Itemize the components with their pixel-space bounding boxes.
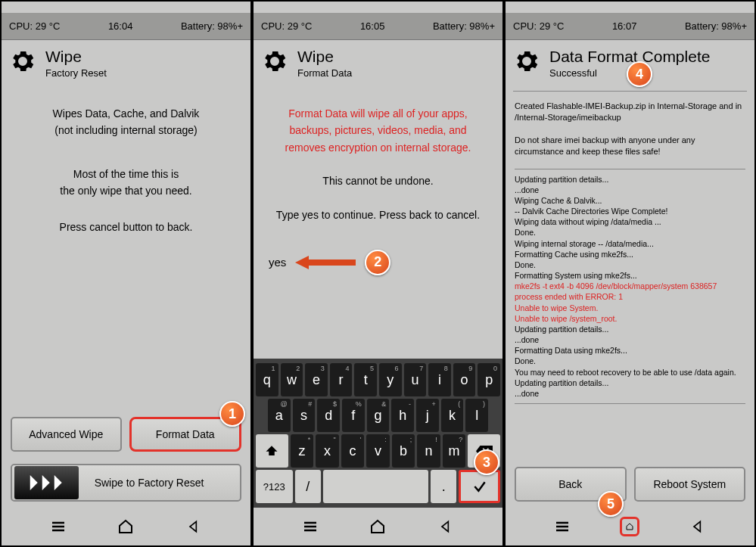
description-2: Most of the time this is the only wipe t… — [11, 166, 241, 200]
battery: Battery: 98%+ — [685, 20, 747, 32]
shift-key[interactable] — [256, 434, 288, 468]
home-icon[interactable] — [368, 517, 387, 536]
panel-1-wipe: CPU: 29 °C 16:04 Battery: 98%+ Wipe Fact… — [1, 1, 251, 546]
key-z[interactable]: z* — [291, 434, 314, 468]
log-line: mke2fs -t ext4 -b 4096 /dev/block/mapper… — [515, 281, 745, 291]
key-x[interactable]: x" — [316, 434, 339, 468]
space-key[interactable] — [323, 470, 428, 503]
log-line: Updating partition details... — [515, 378, 745, 388]
log-paragraph-1: Created Flashable-IMEI-Backup.zip in Int… — [515, 101, 745, 124]
undone-text: This cannot be undone. — [263, 172, 493, 189]
log-line: ...done — [515, 388, 745, 399]
page-subtitle: Format Data — [297, 67, 352, 79]
key-m[interactable]: m? — [443, 434, 466, 468]
nav-bar — [254, 508, 502, 545]
log-line: Done. — [515, 260, 745, 270]
key-f[interactable]: f% — [342, 399, 365, 432]
log-line: Updating partition details... — [515, 174, 745, 185]
nav-bar: 5 — [506, 508, 754, 545]
key-g[interactable]: g& — [367, 399, 390, 432]
key-w[interactable]: w2 — [281, 363, 303, 396]
key-s[interactable]: s# — [293, 399, 316, 432]
back-icon[interactable] — [184, 517, 204, 536]
panel-2-format-data: CPU: 29 °C 16:05 Battery: 98%+ Wipe Form… — [253, 1, 503, 546]
input-value: yes — [269, 256, 286, 269]
key-t[interactable]: t5 — [354, 363, 377, 396]
log-line: Unable to wipe /system_root. — [515, 313, 745, 324]
gear-icon — [9, 48, 36, 75]
symbols-key[interactable]: ?123 — [256, 470, 293, 503]
log-line: Done. — [515, 227, 745, 238]
key-e[interactable]: e3 — [305, 363, 328, 396]
log-line: process ended with ERROR: 1 — [515, 291, 745, 302]
log-line: Done. — [515, 356, 745, 366]
gear-icon — [261, 48, 288, 75]
enter-key[interactable]: 3 — [459, 470, 500, 503]
key-q[interactable]: q1 — [256, 363, 278, 396]
header: Data Format Complete Successful 4 — [506, 40, 754, 86]
header: Wipe Factory Reset — [2, 40, 250, 86]
log-line: You may need to reboot recovery to be ab… — [515, 367, 745, 378]
key-u[interactable]: u7 — [404, 363, 427, 396]
key-l[interactable]: l) — [465, 399, 488, 432]
status-bar: CPU: 29 °C 16:07 Battery: 98%+ — [506, 13, 754, 40]
page-subtitle: Factory Reset — [45, 67, 107, 79]
key-p[interactable]: p0 — [478, 363, 500, 396]
menu-icon[interactable] — [48, 517, 68, 536]
reboot-system-button[interactable]: Reboot System — [634, 467, 746, 502]
home-icon[interactable] — [620, 517, 639, 536]
description-3: Press cancel button to back. — [11, 219, 241, 235]
clock: 16:05 — [360, 20, 385, 32]
log-line: ...done — [515, 185, 745, 195]
swipe-slider[interactable]: Swipe to Factory Reset — [11, 464, 241, 502]
menu-icon[interactable] — [552, 517, 572, 536]
key-k[interactable]: k( — [441, 399, 464, 432]
advanced-wipe-button[interactable]: Advanced Wipe — [11, 417, 122, 452]
key-y[interactable]: y6 — [379, 363, 402, 396]
home-icon[interactable] — [116, 517, 135, 536]
page-title: Wipe — [297, 48, 352, 66]
keyboard: q1w2e3r4t5y6u7i8o9p0 a@s#d$f%g&h-j+k(l) … — [254, 359, 502, 508]
log-paragraph-2: Do not share imei backup with anyone und… — [515, 135, 745, 158]
back-icon[interactable] — [688, 517, 708, 536]
log-output: Updating partition details......doneWipi… — [515, 169, 745, 405]
nav-bar — [2, 508, 250, 545]
status-bar: CPU: 29 °C 16:05 Battery: 98%+ — [254, 13, 502, 40]
arrow-left-icon — [295, 256, 356, 269]
callout-badge-3: 3 — [474, 449, 499, 475]
key-c[interactable]: c' — [341, 434, 365, 468]
log-line: Wiping internal storage -- /data/media..… — [515, 238, 745, 249]
key-b[interactable]: b; — [392, 434, 415, 468]
slider-handle-icon[interactable] — [14, 466, 79, 499]
log-line: Wiping data without wiping /data/media .… — [515, 216, 745, 227]
format-data-button[interactable]: Format Data 1 — [129, 417, 242, 452]
log-line: Formatting System using mke2fs... — [515, 270, 745, 281]
dot-key[interactable]: . — [431, 470, 457, 503]
key-j[interactable]: j+ — [416, 399, 439, 432]
description-1: Wipes Data, Cache, and Dalvik (not inclu… — [11, 105, 241, 139]
cpu-temp: CPU: 29 °C — [261, 20, 312, 32]
status-bar: CPU: 29 °C 16:04 Battery: 98%+ — [2, 13, 250, 40]
battery: Battery: 98%+ — [181, 20, 243, 32]
confirm-input[interactable]: yes 2 — [263, 250, 493, 275]
log-line: Wiping Cache & Dalvik... — [515, 195, 745, 206]
log-line: -- Dalvik Cache Directories Wipe Complet… — [515, 206, 745, 216]
key-r[interactable]: r4 — [330, 363, 353, 396]
key-a[interactable]: a@ — [268, 399, 291, 432]
key-h[interactable]: h- — [391, 399, 414, 432]
key-i[interactable]: i8 — [428, 363, 451, 396]
key-n[interactable]: n! — [417, 434, 440, 468]
slider-label: Swipe to Factory Reset — [81, 477, 240, 489]
callout-badge-4: 4 — [627, 61, 652, 87]
key-v[interactable]: v: — [366, 434, 390, 468]
panel-3-complete: CPU: 29 °C 16:07 Battery: 98%+ Data Form… — [505, 1, 755, 546]
back-icon[interactable] — [436, 517, 456, 536]
callout-badge-2: 2 — [365, 250, 390, 275]
slash-key[interactable]: / — [295, 470, 322, 503]
cpu-temp: CPU: 29 °C — [513, 20, 564, 32]
key-d[interactable]: d$ — [317, 399, 340, 432]
page-title: Wipe — [45, 48, 107, 66]
log-line: Formatting Cache using mke2fs... — [515, 249, 745, 260]
key-o[interactable]: o9 — [453, 363, 476, 396]
menu-icon[interactable] — [300, 517, 320, 536]
